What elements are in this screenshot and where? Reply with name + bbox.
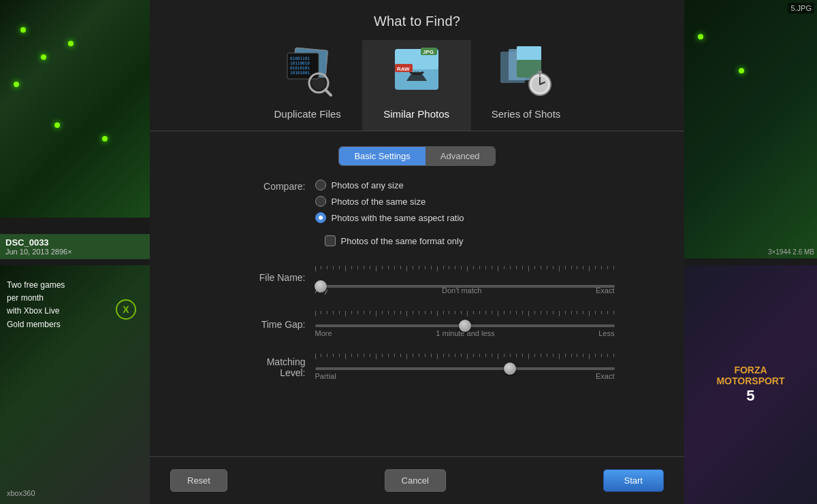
category-similar[interactable]: RAW JPG Similar Photos	[362, 40, 471, 131]
categories-row: 01001101 10110010 01010101 10101001 Dupl…	[150, 40, 684, 131]
dialog-buttons: Reset Cancel Start	[150, 456, 684, 504]
xbox-promo-text: Two free gamesper monthwith Xbox LiveGol…	[7, 280, 65, 329]
svg-text:RAW: RAW	[397, 66, 410, 72]
file-name-track-wrap	[315, 268, 615, 284]
checkbox-same-format-row: Photos of the same format only	[240, 235, 594, 246]
matching-level-max: Exact	[596, 372, 615, 380]
matching-level-thumb[interactable]	[504, 363, 516, 375]
radio-label-same-ratio: Photos with the same aspect ratio	[332, 213, 464, 223]
left-photo-filename: DSC_0033	[5, 237, 144, 248]
category-duplicate-label: Duplicate Files	[274, 108, 340, 120]
dialog-overlay: What to Find? 01001101 10110010 01010101…	[150, 0, 684, 504]
radio-any-size[interactable]: Photos of any size	[315, 180, 464, 190]
compare-radio-group: Photos of any size Photos of the same si…	[315, 180, 464, 223]
svg-text:01001101: 01001101	[290, 56, 310, 61]
duplicate-icon: 01001101 10110010 01010101 10101001	[277, 40, 338, 101]
tab-bar: Basic Settings Advanced	[338, 146, 495, 166]
category-series[interactable]: Series of Shots	[471, 40, 581, 131]
radio-btn-any-size[interactable]	[315, 180, 326, 190]
time-gap-track[interactable]	[315, 324, 615, 327]
svg-text:01010101: 01010101	[290, 65, 310, 70]
right-panel: Sort by Date ▾ 5.JPG 3×1944 2.6 MB FORZA…	[684, 0, 817, 504]
checkbox-same-format-label: Photos of the same format only	[341, 236, 464, 246]
file-name-track-outer	[315, 265, 615, 288]
forza-title: FORZAMOTORSPORT5	[716, 365, 784, 405]
green-light-r2	[739, 68, 744, 73]
radio-label-any-size: Photos of any size	[332, 180, 404, 190]
green-light-1	[20, 27, 26, 33]
file-name-slider-container: Any Don't match Exact	[315, 258, 615, 295]
time-gap-max: Less	[598, 329, 614, 337]
time-gap-slider-container: More 1 minute and less Less	[315, 309, 615, 337]
file-name-track[interactable]	[315, 285, 615, 288]
cancel-button[interactable]: Cancel	[385, 469, 446, 492]
xbox-logo: X	[116, 299, 136, 320]
time-gap-track-outer	[315, 309, 615, 327]
matching-level-labels: Partial Exact	[315, 372, 615, 380]
time-gap-thumb[interactable]	[459, 320, 471, 332]
green-light-3	[14, 82, 19, 87]
file-name-row: File Name:	[240, 258, 594, 295]
xbox360-logo: xbox360	[7, 489, 35, 497]
tab-basic[interactable]: Basic Settings	[339, 147, 425, 165]
svg-text:JPG: JPG	[423, 49, 434, 55]
radio-btn-same-size[interactable]	[315, 196, 326, 207]
similar-icon: RAW JPG	[386, 40, 447, 101]
svg-text:10110010: 10110010	[290, 61, 310, 65]
bg-photo-bottom-right: FORZAMOTORSPORT5	[684, 265, 817, 504]
series-icon	[496, 40, 557, 101]
svg-rect-19	[517, 46, 541, 60]
bg-photo-top-left	[0, 0, 150, 218]
matching-level-label: Matching Level:	[240, 355, 315, 378]
green-light-2	[41, 54, 46, 60]
green-light-5	[54, 122, 60, 128]
file-name-thumb[interactable]	[315, 280, 327, 292]
matching-level-slider-container: Partial Exact	[315, 352, 615, 380]
green-light-4	[68, 41, 74, 46]
radio-btn-same-ratio[interactable]	[315, 212, 326, 223]
time-gap-label: Time Gap:	[240, 318, 315, 330]
reset-button[interactable]: Reset	[170, 469, 227, 492]
tab-advanced[interactable]: Advanced	[426, 147, 495, 165]
matching-level-track-outer	[315, 352, 615, 370]
right-photo-filename: 5.JPG	[788, 3, 814, 14]
category-similar-label: Similar Photos	[383, 108, 449, 120]
category-duplicate[interactable]: 01001101 10110010 01010101 10101001 Dupl…	[253, 40, 362, 131]
radio-same-ratio[interactable]: Photos with the same aspect ratio	[315, 212, 464, 223]
time-gap-min: More	[315, 329, 332, 337]
file-name-label: File Name:	[240, 271, 315, 283]
left-photo-info: Jun 10, 2013 2896×	[5, 248, 144, 256]
bg-photo-top-right: 5.JPG 3×1944 2.6 MB	[684, 0, 817, 258]
matching-level-row: Matching Level: Partial Exact	[240, 352, 594, 380]
right-photo-info: 3×1944 2.6 MB	[768, 248, 814, 256]
compare-row: Compare: Photos of any size Photos of th…	[240, 180, 594, 223]
svg-point-8	[312, 76, 325, 90]
dialog-title: What to Find?	[374, 14, 460, 29]
radio-same-size[interactable]: Photos of the same size	[315, 196, 464, 207]
bg-photo-bottom-left: Two free gamesper monthwith Xbox LiveGol…	[0, 265, 150, 504]
checkbox-same-format[interactable]	[325, 235, 336, 246]
green-light-r1	[698, 34, 703, 39]
svg-line-9	[325, 90, 331, 95]
start-button[interactable]: Start	[603, 469, 664, 492]
green-light-6	[102, 136, 108, 141]
settings-panel: Compare: Photos of any size Photos of th…	[240, 180, 594, 392]
matching-level-min: Partial	[315, 372, 336, 380]
left-panel: Two free gamesper monthwith Xbox LiveGol…	[0, 0, 150, 504]
svg-text:10101001: 10101001	[290, 70, 310, 75]
radio-label-same-size: Photos of the same size	[332, 197, 426, 207]
photo-label-left: DSC_0033 Jun 10, 2013 2896×	[0, 234, 150, 259]
matching-level-track[interactable]	[315, 367, 615, 370]
svg-rect-26	[538, 71, 542, 74]
compare-label: Compare:	[240, 180, 315, 192]
category-series-label: Series of Shots	[492, 108, 561, 120]
forza-game-box: FORZAMOTORSPORT5	[684, 265, 817, 504]
time-gap-row: Time Gap: More 1 minute and less Less	[240, 309, 594, 337]
